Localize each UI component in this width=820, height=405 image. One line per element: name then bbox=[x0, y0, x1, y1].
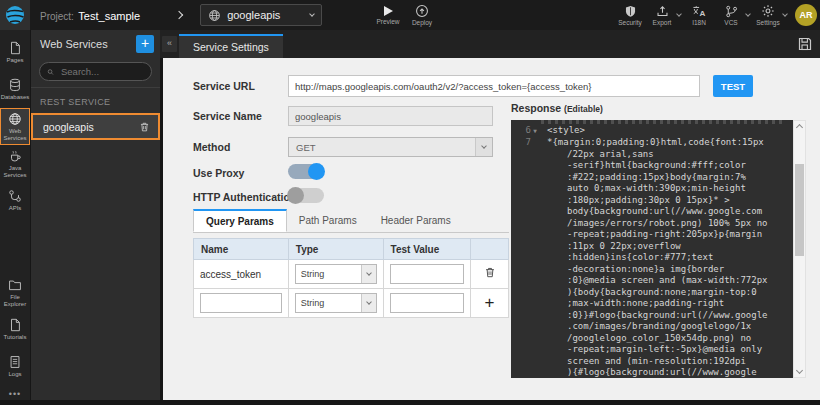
chevron-down-icon[interactable] bbox=[676, 11, 682, 17]
code-line: /googlelogo_color_150x54dp.png) no bbox=[511, 333, 793, 345]
service-name-input[interactable] bbox=[288, 106, 493, 126]
service-url-input[interactable] bbox=[288, 75, 700, 97]
user-avatar[interactable]: AR bbox=[795, 4, 817, 26]
deploy-button[interactable]: Deploy bbox=[408, 0, 436, 30]
code-line: screen and (min-resolution:192dpi bbox=[511, 356, 793, 368]
service-list-item-googleapis[interactable]: googleapis bbox=[31, 113, 160, 140]
vcs-button[interactable]: VCS bbox=[717, 0, 745, 30]
globe-icon bbox=[8, 112, 22, 126]
service-settings-content: Service URL TEST Service Name Method GET… bbox=[160, 58, 820, 400]
project-breadcrumb: Project: Test_sample bbox=[40, 6, 140, 24]
export-label: Export bbox=[653, 19, 672, 26]
document-lines-icon bbox=[8, 355, 22, 369]
trash-icon[interactable] bbox=[139, 121, 150, 133]
use-proxy-toggle[interactable] bbox=[288, 164, 324, 179]
settings-button[interactable]: Settings bbox=[754, 0, 782, 30]
tab-header-params[interactable]: Header Params bbox=[369, 209, 463, 232]
toggle-knob bbox=[287, 187, 304, 204]
chevron-down-icon bbox=[309, 11, 315, 17]
code-line: -decoration:none}a img{border bbox=[511, 264, 793, 276]
coffee-icon bbox=[8, 149, 22, 163]
code-line: -repeat;padding-right:205px}p{margin bbox=[511, 229, 793, 241]
tab-bar: « Service Settings bbox=[160, 30, 820, 58]
response-code-editor[interactable]: 6▼<style>7*{margin:0;padding:0}html,code… bbox=[511, 120, 793, 378]
save-icon[interactable] bbox=[797, 36, 813, 52]
toggle-knob bbox=[308, 163, 325, 180]
code-line: :0}@media screen and (max-width:772px bbox=[511, 275, 793, 287]
add-param-button[interactable]: + bbox=[485, 296, 495, 311]
app-logo[interactable] bbox=[0, 0, 30, 30]
editor-scrollbar[interactable] bbox=[793, 120, 806, 378]
i18n-label: I18N bbox=[692, 19, 706, 26]
deploy-cloud-up-icon bbox=[415, 4, 429, 18]
test-value-input[interactable] bbox=[390, 264, 465, 284]
web-services-panel: Web Services + REST SERVICE googleapis bbox=[30, 30, 160, 405]
delete-param-button[interactable] bbox=[484, 266, 496, 282]
export-up-arrow-icon bbox=[656, 5, 669, 18]
service-name-label: Service Name bbox=[193, 110, 262, 122]
scroll-down-arrow-icon[interactable] bbox=[796, 367, 803, 374]
tab-service-settings[interactable]: Service Settings bbox=[179, 34, 283, 58]
code-line: 6▼<style> bbox=[511, 125, 793, 137]
code-line: ;max-width:none;padding-right bbox=[511, 298, 793, 310]
method-select[interactable]: GET bbox=[288, 137, 493, 157]
security-button[interactable]: Security bbox=[616, 0, 644, 30]
test-value-input[interactable] bbox=[390, 293, 465, 313]
security-label: Security bbox=[618, 19, 641, 26]
param-name-input[interactable] bbox=[200, 293, 282, 313]
sidebar-item-pages[interactable]: Pages bbox=[0, 34, 30, 71]
sidebar-item-web-services[interactable]: Web Services bbox=[0, 108, 30, 145]
service-selector-dropdown[interactable]: googleapis bbox=[200, 4, 322, 26]
code-line: :#222;padding:15px}body{margin:7% bbox=[511, 172, 793, 184]
sidebar-item-databases[interactable]: Databases bbox=[0, 71, 30, 108]
add-service-button[interactable]: + bbox=[136, 35, 154, 53]
param-type-select[interactable]: String bbox=[295, 293, 377, 313]
method-label: Method bbox=[193, 141, 230, 153]
chevron-down-icon[interactable] bbox=[782, 11, 788, 17]
collapse-panel-button[interactable]: « bbox=[162, 36, 177, 52]
col-header-type: Type bbox=[288, 239, 383, 260]
response-label: Response (Editable) bbox=[511, 102, 603, 114]
database-icon bbox=[8, 78, 22, 92]
plus-icon: + bbox=[485, 293, 495, 312]
table-row: access_token String bbox=[194, 260, 509, 289]
chevron-down-icon bbox=[361, 265, 376, 283]
project-label: Project: bbox=[40, 11, 74, 22]
sidebar-item-apis[interactable]: APIs bbox=[0, 182, 30, 219]
chevron-down-icon[interactable] bbox=[745, 11, 751, 17]
scrollbar-thumb[interactable] bbox=[795, 164, 804, 256]
preview-button[interactable]: Preview bbox=[374, 0, 402, 30]
tab-query-params[interactable]: Query Params bbox=[193, 209, 287, 232]
http-auth-label: HTTP Authentication bbox=[193, 191, 296, 203]
code-line: auto 0;max-width:390px;min-height bbox=[511, 183, 793, 195]
param-type-select[interactable]: String bbox=[295, 264, 377, 284]
left-icon-rail: Pages Databases Web Services bbox=[0, 30, 30, 405]
clipped-code-line bbox=[541, 120, 783, 124]
col-header-test-value: Test Value bbox=[383, 239, 471, 260]
scroll-up-arrow-icon[interactable] bbox=[796, 124, 803, 131]
i18n-button[interactable]: A I18N bbox=[685, 0, 713, 30]
code-line: -repeat;margin-left:-5px}@media only bbox=[511, 344, 793, 356]
method-value: GET bbox=[289, 142, 475, 153]
search-input[interactable] bbox=[59, 65, 144, 78]
code-line: ){body{background:none;margin-top:0 bbox=[511, 287, 793, 299]
tab-path-params[interactable]: Path Params bbox=[287, 209, 369, 232]
selected-service-name: googleapis bbox=[227, 9, 304, 21]
sidebar-item-logs[interactable]: Logs bbox=[0, 348, 30, 385]
col-header-name: Name bbox=[194, 239, 289, 260]
export-button[interactable]: Export bbox=[648, 0, 676, 30]
sidebar-item-file-explorer[interactable]: File Explorer bbox=[0, 274, 30, 311]
sidebar-item-java-services[interactable]: Java Services bbox=[0, 145, 30, 182]
branch-icon bbox=[725, 5, 738, 18]
query-params-table: Name Type Test Value access_token String bbox=[193, 238, 509, 318]
http-auth-toggle[interactable] bbox=[288, 188, 324, 203]
param-tabs: Query Params Path Params Header Params bbox=[193, 209, 509, 233]
service-name: googleapis bbox=[43, 121, 139, 133]
main-area: « Service Settings Service URL TEST Serv… bbox=[160, 30, 820, 405]
sidebar-item-tutorials[interactable]: Tutorials bbox=[0, 311, 30, 348]
test-button[interactable]: TEST bbox=[713, 75, 753, 97]
chevron-right-icon bbox=[175, 11, 183, 19]
use-proxy-label: Use Proxy bbox=[193, 167, 244, 179]
trash-icon bbox=[484, 266, 496, 279]
code-line: :11px 0 22px;overflow bbox=[511, 241, 793, 253]
